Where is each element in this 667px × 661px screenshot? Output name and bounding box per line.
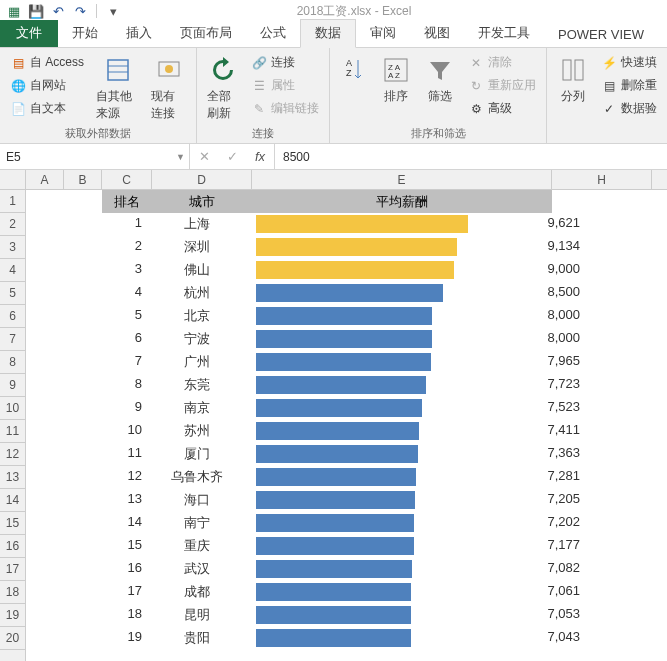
from-web-button[interactable]: 🌐自网站 [6, 75, 88, 96]
reapply-button[interactable]: ↻重新应用 [464, 75, 540, 96]
row-header-20[interactable]: 20 [0, 627, 25, 650]
table-row[interactable]: 11厦门7,363 [26, 443, 667, 466]
filter-button[interactable]: 筛选 [420, 52, 460, 107]
cell-rank[interactable]: 4 [102, 284, 152, 299]
undo-icon[interactable]: ↶ [50, 3, 66, 19]
row-header-10[interactable]: 10 [0, 397, 25, 420]
connections-button[interactable]: 🔗连接 [247, 52, 323, 73]
cell-city[interactable]: 南宁 [152, 514, 242, 532]
cell-rank[interactable]: 14 [102, 514, 152, 529]
row-header-17[interactable]: 17 [0, 558, 25, 581]
cell-city[interactable]: 杭州 [152, 284, 242, 302]
table-row[interactable]: 14南宁7,202 [26, 512, 667, 535]
cell-city[interactable]: 深圳 [152, 238, 242, 256]
from-other-sources-button[interactable]: 自其他来源 [92, 52, 143, 124]
cell-value[interactable]: 7,281 [506, 468, 586, 483]
cell-rank[interactable]: 19 [102, 629, 152, 644]
cell-city[interactable]: 厦门 [152, 445, 242, 463]
table-row[interactable]: 16武汉7,082 [26, 558, 667, 581]
table-row[interactable]: 7广州7,965 [26, 351, 667, 374]
cell-city[interactable]: 上海 [152, 215, 242, 233]
data-validation-button[interactable]: ✓数据验 [597, 98, 661, 119]
row-header-11[interactable]: 11 [0, 420, 25, 443]
cell-rank[interactable]: 2 [102, 238, 152, 253]
cell-city[interactable]: 宁波 [152, 330, 242, 348]
header-avg[interactable]: 平均薪酬 [252, 190, 552, 213]
cell-value[interactable]: 7,723 [506, 376, 586, 391]
cell-value[interactable]: 7,053 [506, 606, 586, 621]
row-header-16[interactable]: 16 [0, 535, 25, 558]
cell-rank[interactable]: 17 [102, 583, 152, 598]
col-header-E[interactable]: E [252, 170, 552, 189]
table-row[interactable]: 9南京7,523 [26, 397, 667, 420]
table-row[interactable]: 6宁波8,000 [26, 328, 667, 351]
cell-city[interactable]: 苏州 [152, 422, 242, 440]
redo-icon[interactable]: ↷ [72, 3, 88, 19]
tab-file[interactable]: 文件 [0, 20, 58, 47]
header-rank[interactable]: 排名 [102, 190, 152, 213]
cell-value[interactable]: 7,202 [506, 514, 586, 529]
cell-rank[interactable]: 6 [102, 330, 152, 345]
save-icon[interactable]: 💾 [28, 3, 44, 19]
row-header-3[interactable]: 3 [0, 236, 25, 259]
cell-city[interactable]: 北京 [152, 307, 242, 325]
cell-rank[interactable]: 1 [102, 215, 152, 230]
clear-button[interactable]: ✕清除 [464, 52, 540, 73]
col-header-A[interactable]: A [26, 170, 64, 189]
cells-area[interactable]: 排名 城市 平均薪酬 1上海9,6212深圳9,1343佛山9,0004杭州8,… [26, 190, 667, 661]
cell-city[interactable]: 海口 [152, 491, 242, 509]
advanced-button[interactable]: ⚙高级 [464, 98, 540, 119]
table-row[interactable]: 19贵阳7,043 [26, 627, 667, 650]
cell-rank[interactable]: 13 [102, 491, 152, 506]
cell-rank[interactable]: 18 [102, 606, 152, 621]
cell-value[interactable]: 9,134 [506, 238, 586, 253]
col-header-C[interactable]: C [102, 170, 152, 189]
cell-value[interactable]: 7,363 [506, 445, 586, 460]
cell-value[interactable]: 7,061 [506, 583, 586, 598]
row-header-18[interactable]: 18 [0, 581, 25, 604]
cell-rank[interactable]: 9 [102, 399, 152, 414]
tab-data[interactable]: 数据 [300, 19, 356, 48]
customize-qat-icon[interactable]: ▾ [105, 3, 121, 19]
row-header-9[interactable]: 9 [0, 374, 25, 397]
table-row[interactable]: 2深圳9,134 [26, 236, 667, 259]
cancel-icon[interactable]: ✕ [190, 149, 218, 164]
cell-city[interactable]: 昆明 [152, 606, 242, 624]
table-row[interactable]: 15重庆7,177 [26, 535, 667, 558]
tab-developer[interactable]: 开发工具 [464, 20, 544, 47]
cell-city[interactable]: 重庆 [152, 537, 242, 555]
flash-fill-button[interactable]: ⚡快速填 [597, 52, 661, 73]
table-row[interactable]: 4杭州8,500 [26, 282, 667, 305]
cell-city[interactable]: 广州 [152, 353, 242, 371]
cell-rank[interactable]: 15 [102, 537, 152, 552]
table-row[interactable]: 12乌鲁木齐7,281 [26, 466, 667, 489]
sort-az-button[interactable]: AZ [336, 52, 372, 88]
header-city[interactable]: 城市 [152, 190, 252, 213]
cell-city[interactable]: 东莞 [152, 376, 242, 394]
cell-value[interactable]: 8,000 [506, 330, 586, 345]
row-header-8[interactable]: 8 [0, 351, 25, 374]
row-header-1[interactable]: 1 [0, 190, 25, 213]
cell-rank[interactable]: 5 [102, 307, 152, 322]
cell-rank[interactable]: 8 [102, 376, 152, 391]
refresh-all-button[interactable]: 全部刷新 [203, 52, 243, 124]
enter-icon[interactable]: ✓ [218, 149, 246, 164]
cell-value[interactable]: 9,000 [506, 261, 586, 276]
tab-insert[interactable]: 插入 [112, 20, 166, 47]
tab-view[interactable]: 视图 [410, 20, 464, 47]
row-header-12[interactable]: 12 [0, 443, 25, 466]
cell-rank[interactable]: 16 [102, 560, 152, 575]
fx-icon[interactable]: fx [246, 149, 274, 164]
existing-connections-button[interactable]: 现有连接 [147, 52, 190, 124]
row-header-7[interactable]: 7 [0, 328, 25, 351]
cell-value[interactable]: 8,500 [506, 284, 586, 299]
table-row[interactable]: 13海口7,205 [26, 489, 667, 512]
table-row[interactable]: 17成都7,061 [26, 581, 667, 604]
cell-rank[interactable]: 3 [102, 261, 152, 276]
properties-button[interactable]: ☰属性 [247, 75, 323, 96]
cell-city[interactable]: 南京 [152, 399, 242, 417]
cell-rank[interactable]: 12 [102, 468, 152, 483]
col-header-D[interactable]: D [152, 170, 252, 189]
table-row[interactable]: 8东莞7,723 [26, 374, 667, 397]
cell-rank[interactable]: 11 [102, 445, 152, 460]
